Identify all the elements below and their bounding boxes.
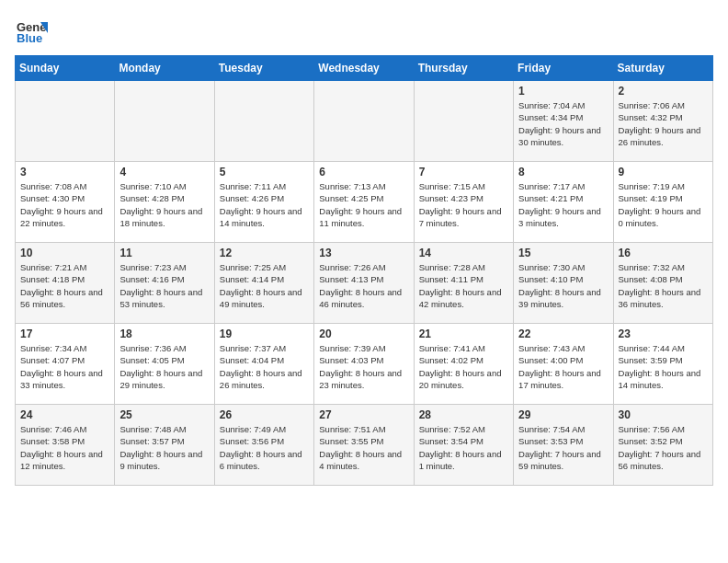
day-cell: 23Sunrise: 7:44 AM Sunset: 3:59 PM Dayli… <box>613 324 712 405</box>
day-info: Sunrise: 7:04 AM Sunset: 4:34 PM Dayligh… <box>518 99 608 148</box>
day-number: 15 <box>518 247 608 259</box>
day-number: 10 <box>20 247 109 259</box>
day-cell <box>16 81 115 162</box>
day-info: Sunrise: 7:13 AM Sunset: 4:25 PM Dayligh… <box>319 180 408 229</box>
day-info: Sunrise: 7:52 AM Sunset: 3:54 PM Dayligh… <box>419 423 508 472</box>
day-info: Sunrise: 7:56 AM Sunset: 3:52 PM Dayligh… <box>619 423 708 472</box>
day-cell: 17Sunrise: 7:34 AM Sunset: 4:07 PM Dayli… <box>16 324 115 405</box>
day-number: 21 <box>419 327 508 340</box>
day-number: 20 <box>319 327 408 340</box>
day-number: 19 <box>220 327 309 340</box>
day-number: 7 <box>419 166 508 178</box>
header-cell-tuesday: Tuesday <box>214 56 313 81</box>
day-info: Sunrise: 7:51 AM Sunset: 3:55 PM Dayligh… <box>319 423 408 472</box>
day-info: Sunrise: 7:30 AM Sunset: 4:10 PM Dayligh… <box>518 261 608 310</box>
day-info: Sunrise: 7:28 AM Sunset: 4:11 PM Dayligh… <box>419 261 508 310</box>
day-number: 28 <box>419 408 508 421</box>
day-cell: 8Sunrise: 7:17 AM Sunset: 4:21 PM Daylig… <box>514 162 613 243</box>
day-info: Sunrise: 7:44 AM Sunset: 3:59 PM Dayligh… <box>619 342 708 391</box>
day-info: Sunrise: 7:37 AM Sunset: 4:04 PM Dayligh… <box>220 342 309 391</box>
week-row-1: 1Sunrise: 7:04 AM Sunset: 4:34 PM Daylig… <box>16 81 713 162</box>
day-number: 9 <box>619 166 708 178</box>
day-info: Sunrise: 7:11 AM Sunset: 4:26 PM Dayligh… <box>220 180 309 229</box>
header-cell-saturday: Saturday <box>613 56 712 81</box>
week-row-3: 10Sunrise: 7:21 AM Sunset: 4:18 PM Dayli… <box>16 243 713 324</box>
day-number: 22 <box>518 327 608 340</box>
day-info: Sunrise: 7:17 AM Sunset: 4:21 PM Dayligh… <box>518 180 608 229</box>
header-cell-wednesday: Wednesday <box>314 56 414 81</box>
day-info: Sunrise: 7:54 AM Sunset: 3:53 PM Dayligh… <box>518 423 608 472</box>
day-number: 30 <box>619 408 708 421</box>
header-cell-friday: Friday <box>514 56 613 81</box>
day-cell: 20Sunrise: 7:39 AM Sunset: 4:03 PM Dayli… <box>314 324 414 405</box>
day-info: Sunrise: 7:49 AM Sunset: 3:56 PM Dayligh… <box>220 423 309 472</box>
logo-icon: General Blue <box>15 15 48 48</box>
day-cell: 11Sunrise: 7:23 AM Sunset: 4:16 PM Dayli… <box>115 243 214 324</box>
day-number: 4 <box>119 166 209 178</box>
day-info: Sunrise: 7:21 AM Sunset: 4:18 PM Dayligh… <box>20 261 109 310</box>
day-cell <box>414 81 513 162</box>
day-number: 2 <box>619 85 708 98</box>
day-cell: 21Sunrise: 7:41 AM Sunset: 4:02 PM Dayli… <box>414 324 513 405</box>
header-cell-thursday: Thursday <box>414 56 513 81</box>
day-info: Sunrise: 7:46 AM Sunset: 3:58 PM Dayligh… <box>20 423 109 472</box>
day-cell: 9Sunrise: 7:19 AM Sunset: 4:19 PM Daylig… <box>613 162 712 243</box>
week-row-5: 24Sunrise: 7:46 AM Sunset: 3:58 PM Dayli… <box>16 405 713 486</box>
day-number: 12 <box>220 247 309 259</box>
day-cell: 16Sunrise: 7:32 AM Sunset: 4:08 PM Dayli… <box>613 243 712 324</box>
day-info: Sunrise: 7:32 AM Sunset: 4:08 PM Dayligh… <box>619 261 708 310</box>
day-info: Sunrise: 7:39 AM Sunset: 4:03 PM Dayligh… <box>319 342 408 391</box>
day-info: Sunrise: 7:48 AM Sunset: 3:57 PM Dayligh… <box>119 423 209 472</box>
week-row-2: 3Sunrise: 7:08 AM Sunset: 4:30 PM Daylig… <box>16 162 713 243</box>
day-number: 6 <box>319 166 408 178</box>
day-info: Sunrise: 7:08 AM Sunset: 4:30 PM Dayligh… <box>20 180 109 229</box>
day-cell: 15Sunrise: 7:30 AM Sunset: 4:10 PM Dayli… <box>514 243 613 324</box>
day-number: 27 <box>319 408 408 421</box>
day-number: 14 <box>419 247 508 259</box>
day-number: 16 <box>619 247 708 259</box>
logo: General Blue <box>15 15 51 48</box>
day-cell: 25Sunrise: 7:48 AM Sunset: 3:57 PM Dayli… <box>115 405 214 486</box>
day-info: Sunrise: 7:41 AM Sunset: 4:02 PM Dayligh… <box>419 342 508 391</box>
day-info: Sunrise: 7:06 AM Sunset: 4:32 PM Dayligh… <box>619 99 708 148</box>
day-cell: 28Sunrise: 7:52 AM Sunset: 3:54 PM Dayli… <box>414 405 513 486</box>
week-row-4: 17Sunrise: 7:34 AM Sunset: 4:07 PM Dayli… <box>16 324 713 405</box>
svg-text:Blue: Blue <box>17 31 42 45</box>
calendar-table: SundayMondayTuesdayWednesdayThursdayFrid… <box>15 55 713 486</box>
header-row: SundayMondayTuesdayWednesdayThursdayFrid… <box>16 56 713 81</box>
day-cell: 1Sunrise: 7:04 AM Sunset: 4:34 PM Daylig… <box>514 81 613 162</box>
day-cell: 3Sunrise: 7:08 AM Sunset: 4:30 PM Daylig… <box>16 162 115 243</box>
day-cell <box>214 81 313 162</box>
day-cell: 24Sunrise: 7:46 AM Sunset: 3:58 PM Dayli… <box>16 405 115 486</box>
day-cell: 29Sunrise: 7:54 AM Sunset: 3:53 PM Dayli… <box>514 405 613 486</box>
day-info: Sunrise: 7:26 AM Sunset: 4:13 PM Dayligh… <box>319 261 408 310</box>
day-cell: 12Sunrise: 7:25 AM Sunset: 4:14 PM Dayli… <box>214 243 313 324</box>
day-number: 17 <box>20 327 109 340</box>
day-cell: 30Sunrise: 7:56 AM Sunset: 3:52 PM Dayli… <box>613 405 712 486</box>
day-cell: 6Sunrise: 7:13 AM Sunset: 4:25 PM Daylig… <box>314 162 414 243</box>
day-info: Sunrise: 7:34 AM Sunset: 4:07 PM Dayligh… <box>20 342 109 391</box>
day-number: 26 <box>220 408 309 421</box>
day-number: 1 <box>518 85 608 98</box>
day-cell: 5Sunrise: 7:11 AM Sunset: 4:26 PM Daylig… <box>214 162 313 243</box>
day-info: Sunrise: 7:25 AM Sunset: 4:14 PM Dayligh… <box>220 261 309 310</box>
day-number: 5 <box>220 166 309 178</box>
day-info: Sunrise: 7:36 AM Sunset: 4:05 PM Dayligh… <box>119 342 209 391</box>
day-cell: 7Sunrise: 7:15 AM Sunset: 4:23 PM Daylig… <box>414 162 513 243</box>
day-info: Sunrise: 7:43 AM Sunset: 4:00 PM Dayligh… <box>518 342 608 391</box>
day-number: 29 <box>518 408 608 421</box>
day-info: Sunrise: 7:23 AM Sunset: 4:16 PM Dayligh… <box>119 261 209 310</box>
header-cell-monday: Monday <box>115 56 214 81</box>
day-info: Sunrise: 7:10 AM Sunset: 4:28 PM Dayligh… <box>119 180 209 229</box>
day-info: Sunrise: 7:15 AM Sunset: 4:23 PM Dayligh… <box>419 180 508 229</box>
day-cell: 27Sunrise: 7:51 AM Sunset: 3:55 PM Dayli… <box>314 405 414 486</box>
day-cell: 2Sunrise: 7:06 AM Sunset: 4:32 PM Daylig… <box>613 81 712 162</box>
day-cell: 18Sunrise: 7:36 AM Sunset: 4:05 PM Dayli… <box>115 324 214 405</box>
day-cell <box>314 81 414 162</box>
day-number: 8 <box>518 166 608 178</box>
day-number: 18 <box>119 327 209 340</box>
day-number: 25 <box>119 408 209 421</box>
day-cell: 14Sunrise: 7:28 AM Sunset: 4:11 PM Dayli… <box>414 243 513 324</box>
day-cell: 19Sunrise: 7:37 AM Sunset: 4:04 PM Dayli… <box>214 324 313 405</box>
page-header: General Blue <box>15 15 713 48</box>
